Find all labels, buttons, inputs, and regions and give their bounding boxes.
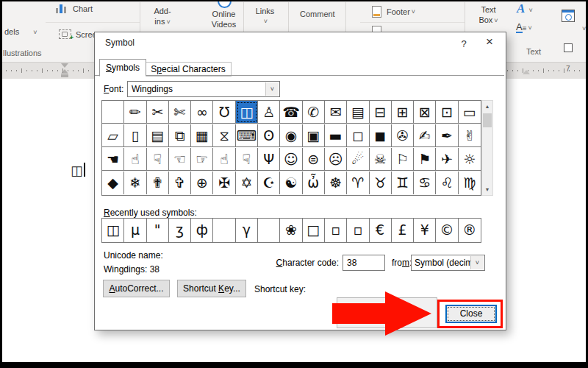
symbol-cell-blank[interactable] xyxy=(102,101,124,124)
footer-button[interactable]: Footer ˅ xyxy=(372,6,415,18)
symbol-cell-point-up[interactable]: ☝ xyxy=(213,148,235,171)
symbol-cell-airplane[interactable]: ✈ xyxy=(436,148,458,171)
symbol-cell-ezh[interactable]: ʒ xyxy=(169,219,191,242)
scroll-up-icon[interactable]: ▲ xyxy=(482,101,492,112)
symbol-cell-gamma[interactable]: γ xyxy=(236,219,258,242)
symbol-cell-sun[interactable]: ☼ xyxy=(459,148,481,171)
chevron-down-icon[interactable]: ˅ xyxy=(265,82,279,96)
symbol-grid-scrollbar[interactable]: ▲ ▼ xyxy=(481,100,493,196)
symbol-cell-telephone[interactable]: ☎ xyxy=(280,101,302,124)
symbol-cell-point-down[interactable]: ☟ xyxy=(236,148,258,171)
symbol-cell-victory-hand[interactable]: ✌ xyxy=(459,124,481,147)
symbol-cell-candle[interactable]: ♙ xyxy=(258,101,280,124)
symbol-cell-euro[interactable]: € xyxy=(370,219,392,242)
symbol-cell-pencil[interactable]: ✏ xyxy=(124,101,146,124)
symbol-cell-scissors-cutting[interactable]: ✄ xyxy=(169,101,191,124)
symbol-cell-envelope[interactable]: ✉ xyxy=(325,101,347,124)
chevron-down-icon[interactable]: ˅ xyxy=(470,256,484,269)
symbol-cell-document[interactable]: ▯ xyxy=(124,124,146,147)
symbol-cell-documents-stack[interactable]: ⧉ xyxy=(169,124,191,147)
symbol-cell-envelope-address[interactable]: ▤ xyxy=(347,101,369,124)
symbol-cell-thumbs-up[interactable]: ☝ xyxy=(124,148,146,171)
symbol-cell-tape-cartridge[interactable]: ✇ xyxy=(392,124,414,147)
symbol-cell-square-small[interactable]: ▫ xyxy=(325,219,347,242)
symbol-cell-smiley-face[interactable]: ☺ xyxy=(280,148,302,171)
symbol-cell-mailbox-open[interactable]: ⊠ xyxy=(414,101,436,124)
symbol-cell-pen-hand[interactable]: ✒ xyxy=(436,124,458,147)
first-line-indent-marker[interactable] xyxy=(61,63,68,68)
right-indent-marker[interactable] xyxy=(523,70,530,74)
symbol-cell-taurus[interactable]: ♉ xyxy=(370,171,392,194)
symbol-cell-maltese-cross[interactable]: ✠ xyxy=(213,171,235,194)
character-code-input[interactable]: 38 xyxy=(343,255,385,271)
symbol-cell-open-hand[interactable]: Ψ xyxy=(258,148,280,171)
signature-line-button[interactable]: A ˅ xyxy=(517,1,533,16)
symbol-cell-hard-drive[interactable]: ▬ xyxy=(325,124,347,147)
shortcut-key-button[interactable]: Shortcut Key... xyxy=(177,280,246,297)
symbol-cell-bell[interactable]: ℧ xyxy=(213,101,235,124)
symbol-cell-aries[interactable]: ♈ xyxy=(347,171,369,194)
symbol-cell-celtic-cross[interactable]: ⊕ xyxy=(191,171,213,194)
symbol-cell-cross-shadow[interactable]: ✞ xyxy=(169,171,191,194)
autocorrect-button[interactable]: AutoCorrect... xyxy=(103,280,170,297)
symbol-cell-writing-hand[interactable]: ✍ xyxy=(414,124,436,147)
symbol-cell-droplet[interactable]: ◆ xyxy=(102,171,124,194)
symbol-cell-floppy-disk[interactable]: ◻ xyxy=(347,124,369,147)
symbol-cell-star-of-david[interactable]: ✡ xyxy=(236,171,258,194)
symbol-cell-sad-face[interactable]: ☹ xyxy=(325,148,347,171)
symbol-cell-mailbox-closed[interactable]: ⊟ xyxy=(370,101,392,124)
symbol-cell-yin-yang[interactable]: ☯ xyxy=(280,171,302,194)
symbol-cell-phi[interactable]: ф xyxy=(191,219,213,242)
symbol-cell-quotation-mark[interactable]: " xyxy=(147,219,169,242)
chart-button[interactable]: Chart xyxy=(56,4,93,13)
object-icon[interactable] xyxy=(564,43,573,52)
symbol-cell-dharma-wheel[interactable]: ☸ xyxy=(325,171,347,194)
symbol-cell-bomb[interactable]: ☄ xyxy=(347,148,369,171)
symbol-cell-snowflake[interactable]: ❄ xyxy=(124,171,146,194)
symbol-cell-phone-receiver[interactable]: ✆ xyxy=(303,101,325,124)
symbol-cell-neutral-face[interactable]: ⊜ xyxy=(303,148,325,171)
symbol-cell-waving-flag[interactable]: ⚑ xyxy=(414,148,436,171)
close-icon[interactable]: × xyxy=(480,35,499,49)
symbol-cell-gemini[interactable]: ♊ xyxy=(392,171,414,194)
links-button[interactable]: Links ˅ xyxy=(245,6,285,26)
scroll-down-icon[interactable]: ▼ xyxy=(482,184,492,195)
symbol-cell-floppy-disk-black[interactable]: ◼ xyxy=(370,124,392,147)
symbol-cell-eyeglasses[interactable]: ∞ xyxy=(191,101,213,124)
symbol-cell-mu[interactable]: µ xyxy=(124,219,146,242)
symbol-cell-blank[interactable] xyxy=(213,219,235,242)
symbol-cell-filing-cabinet[interactable]: ▦ xyxy=(191,124,213,147)
drop-cap-button[interactable]: A ≡ ˅ xyxy=(516,23,532,33)
comment-button[interactable]: Comment xyxy=(300,10,335,18)
symbol-cell-flower[interactable]: ❀ xyxy=(280,219,302,242)
symbol-cell-folder-open[interactable]: ▱ xyxy=(102,124,124,147)
symbol-cell-flag[interactable]: ⚐ xyxy=(392,148,414,171)
symbol-cell-point-right[interactable]: ☞ xyxy=(191,148,213,171)
from-dropdown[interactable]: Symbol (decimal) ˅ xyxy=(411,255,485,271)
symbol-cell-pound[interactable]: £ xyxy=(392,219,414,242)
symbol-cell-mailbox-flag-up[interactable]: ⊞ xyxy=(392,101,414,124)
3d-models-button[interactable]: dels ˅ xyxy=(4,27,37,36)
symbol-cell-blank[interactable] xyxy=(258,219,280,242)
symbol-cell-open-book[interactable]: ◫ xyxy=(102,219,124,242)
symbol-cell-point-left[interactable]: ☜ xyxy=(169,148,191,171)
symbol-cell-cancer[interactable]: ♋ xyxy=(414,171,436,194)
symbol-cell-ok-hand[interactable]: ☚ xyxy=(102,148,124,171)
symbol-cell-square-large[interactable]: □ xyxy=(303,219,325,242)
symbol-cell-trackball[interactable]: ◉ xyxy=(280,124,302,147)
symbol-cell-copyright[interactable]: © xyxy=(436,219,458,242)
symbol-cell-hourglass[interactable]: ⧖ xyxy=(213,124,235,147)
scrollbar-thumb[interactable] xyxy=(483,113,492,127)
symbol-cell-thumbs-down[interactable]: ☟ xyxy=(147,148,169,171)
left-indent-marker[interactable] xyxy=(61,74,68,77)
font-dropdown[interactable]: Wingdings ˅ xyxy=(127,81,280,97)
symbol-cell-yen[interactable]: ¥ xyxy=(414,219,436,242)
symbol-cell-mouse[interactable]: ʘ xyxy=(258,124,280,147)
symbol-cell-computer[interactable]: ▣ xyxy=(303,124,325,147)
tab-symbols[interactable]: Symbols xyxy=(99,59,146,77)
symbol-cell-square-small[interactable]: ▫ xyxy=(347,219,369,242)
symbol-cell-scissors[interactable]: ✂ xyxy=(147,101,169,124)
text-box-button[interactable]: Text Box˅ xyxy=(472,4,505,26)
symbol-cell-om[interactable]: ὦ xyxy=(303,171,325,194)
symbol-cell-keyboard[interactable]: ⌨ xyxy=(236,124,258,147)
